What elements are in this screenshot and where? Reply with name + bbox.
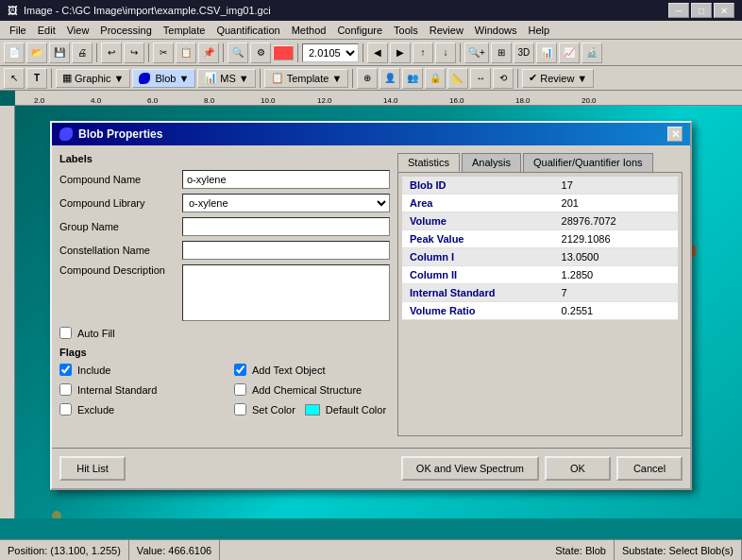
copy-button[interactable]: 📋 bbox=[176, 42, 196, 63]
tab-statistics[interactable]: Statistics bbox=[397, 153, 460, 172]
nav-left[interactable]: ◀ bbox=[367, 42, 388, 63]
zoom-fit[interactable]: ⊞ bbox=[491, 42, 512, 63]
tab-bar: Statistics Analysis Qualifier/Quantifier… bbox=[397, 153, 683, 172]
settings-button[interactable]: ⚙ bbox=[250, 42, 271, 63]
tools-btn1[interactable]: 3D bbox=[514, 42, 534, 63]
dialog-close-button[interactable]: ✕ bbox=[667, 127, 683, 142]
tool4[interactable]: 🔒 bbox=[425, 68, 446, 89]
menu-file[interactable]: File bbox=[4, 23, 32, 38]
zoom-select[interactable]: 2.0105 bbox=[302, 43, 359, 62]
menu-tools[interactable]: Tools bbox=[388, 23, 424, 38]
tool3[interactable]: 👥 bbox=[402, 68, 423, 89]
add-chemical-structure-checkbox[interactable] bbox=[234, 383, 246, 396]
include-checkbox[interactable] bbox=[59, 364, 72, 376]
menu-template[interactable]: Template bbox=[158, 23, 211, 38]
add-text-object-row: Add Text Object bbox=[234, 364, 390, 376]
save-button[interactable]: 💾 bbox=[49, 42, 70, 63]
stat-value: 17 bbox=[554, 177, 678, 195]
maximize-button[interactable]: □ bbox=[691, 3, 712, 18]
compound-name-row: Compound Name bbox=[59, 170, 390, 189]
table-row: Volume Ratio0.2551 bbox=[402, 302, 678, 320]
tool2[interactable]: 👤 bbox=[379, 68, 400, 89]
blob-button[interactable]: Blob ▼ bbox=[132, 69, 195, 88]
tools-btn3[interactable]: 📈 bbox=[559, 42, 580, 63]
template-button[interactable]: 📋 Template ▼ bbox=[264, 69, 349, 88]
sep6 bbox=[460, 43, 461, 62]
nav-up[interactable]: ↑ bbox=[413, 42, 433, 63]
color-btn[interactable] bbox=[273, 45, 294, 60]
menu-quantification[interactable]: Quantification bbox=[211, 23, 285, 38]
blob-dropdown-icon: ▼ bbox=[178, 73, 189, 84]
status-state: State: Blob bbox=[548, 540, 615, 560]
sep1 bbox=[96, 43, 97, 62]
select-tool[interactable]: ↖ bbox=[4, 68, 25, 89]
compound-library-select[interactable]: o-xylene bbox=[182, 194, 390, 212]
template-dropdown-icon: ▼ bbox=[331, 73, 342, 84]
add-text-object-checkbox[interactable] bbox=[234, 364, 246, 376]
tool5[interactable]: 📐 bbox=[447, 68, 468, 89]
tool6[interactable]: ↔ bbox=[470, 68, 491, 89]
ms-button[interactable]: 📊 MS ▼ bbox=[197, 69, 255, 88]
statistics-table: Blob ID17Area201Volume28976.7072Peak Val… bbox=[402, 177, 678, 320]
stat-value: 2129.1086 bbox=[554, 230, 678, 248]
labels-section-title: Labels bbox=[59, 153, 390, 164]
ms-label: MS bbox=[220, 73, 236, 84]
group-name-input[interactable] bbox=[182, 217, 390, 236]
exclude-checkbox[interactable] bbox=[59, 403, 72, 416]
sep8 bbox=[260, 69, 261, 88]
ok-button[interactable]: OK bbox=[545, 456, 611, 481]
tool1[interactable]: ⊕ bbox=[357, 68, 378, 89]
tab-qualifier-quantifier[interactable]: Qualifier/Quantifier Ions bbox=[523, 153, 653, 172]
compound-name-input[interactable] bbox=[182, 170, 390, 189]
menu-view[interactable]: View bbox=[61, 23, 95, 38]
menu-help[interactable]: Help bbox=[522, 23, 555, 38]
flags-grid: Include Add Text Object Internal Standar… bbox=[59, 364, 390, 419]
minimize-button[interactable]: ─ bbox=[668, 3, 689, 18]
paste-button[interactable]: 📌 bbox=[198, 42, 219, 63]
new-button[interactable]: 📄 bbox=[4, 42, 25, 63]
compound-description-input[interactable] bbox=[182, 264, 390, 321]
nav-right[interactable]: ▶ bbox=[390, 42, 411, 63]
menu-review[interactable]: Review bbox=[424, 23, 469, 38]
undo-button[interactable]: ↩ bbox=[101, 42, 122, 63]
nav-down[interactable]: ↓ bbox=[435, 42, 456, 63]
menu-processing[interactable]: Processing bbox=[94, 23, 157, 38]
cut-button[interactable]: ✂ bbox=[153, 42, 174, 63]
constellation-name-input[interactable] bbox=[182, 241, 390, 260]
right-panel: Statistics Analysis Qualifier/Quantifier… bbox=[397, 153, 683, 436]
menu-method[interactable]: Method bbox=[286, 23, 332, 38]
auto-fill-checkbox[interactable] bbox=[59, 327, 72, 339]
review-button[interactable]: ✔ Review ▼ bbox=[522, 69, 594, 88]
template-label: Template bbox=[287, 73, 329, 84]
secondary-toolbar: ↖ T ▦ Graphic ▼ Blob ▼ 📊 MS ▼ 📋 Template… bbox=[0, 66, 742, 91]
tools-btn4[interactable]: 🔬 bbox=[582, 42, 602, 63]
hit-list-button[interactable]: Hit List bbox=[59, 456, 126, 481]
cancel-button[interactable]: Cancel bbox=[616, 456, 683, 481]
exclude-row: Exclude bbox=[59, 403, 215, 416]
text-tool[interactable]: T bbox=[26, 68, 47, 89]
search-button[interactable]: 🔍 bbox=[228, 42, 248, 63]
print-button[interactable]: 🖨 bbox=[72, 42, 93, 63]
menu-edit[interactable]: Edit bbox=[32, 23, 61, 38]
menu-configure[interactable]: Configure bbox=[331, 23, 388, 38]
set-color-checkbox[interactable] bbox=[234, 403, 246, 416]
zoom-in[interactable]: 🔍+ bbox=[464, 42, 489, 63]
open-button[interactable]: 📂 bbox=[26, 42, 47, 63]
tool7[interactable]: ⟲ bbox=[493, 68, 514, 89]
tab-analysis[interactable]: Analysis bbox=[462, 153, 521, 172]
tools-btn2[interactable]: 📊 bbox=[536, 42, 557, 63]
stat-label: Area bbox=[402, 195, 554, 212]
color-swatch[interactable] bbox=[305, 404, 320, 416]
close-button[interactable]: ✕ bbox=[714, 3, 734, 18]
menu-windows[interactable]: Windows bbox=[469, 23, 523, 38]
stat-label: Blob ID bbox=[402, 177, 554, 195]
compound-library-row: Compound Library o-xylene bbox=[59, 194, 390, 212]
internal-standard-checkbox[interactable] bbox=[59, 383, 72, 396]
auto-fill-label: Auto Fill bbox=[77, 328, 115, 339]
redo-button[interactable]: ↪ bbox=[124, 42, 144, 63]
menu-bar: File Edit View Processing Template Quant… bbox=[0, 21, 742, 40]
graphic-button[interactable]: ▦ Graphic ▼ bbox=[56, 69, 130, 88]
compound-description-row: Compound Description bbox=[59, 264, 390, 321]
ok-view-spectrum-button[interactable]: OK and View Spectrum bbox=[401, 456, 539, 481]
left-panel: Labels Compound Name Compound Library o-… bbox=[59, 153, 390, 436]
